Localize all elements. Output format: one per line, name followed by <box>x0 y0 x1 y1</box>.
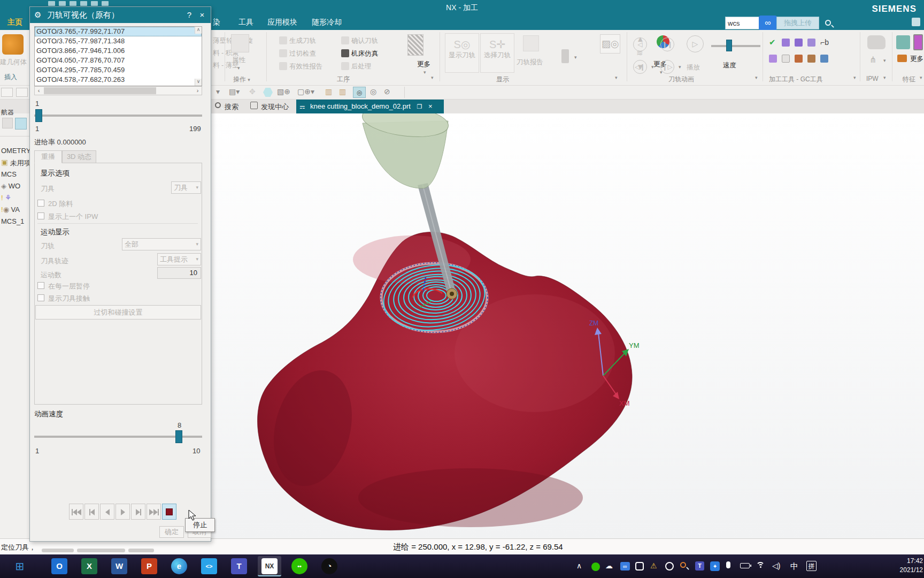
progress-slider-thumb[interactable] <box>35 109 42 122</box>
tray-onedrive-icon[interactable]: ☁ <box>605 561 613 570</box>
gc-icon[interactable] <box>782 37 792 47</box>
taskbar-obs[interactable]: ◔ <box>321 558 337 574</box>
play-forward-button[interactable] <box>116 504 130 520</box>
tray-volume-icon[interactable]: ◁) <box>772 561 780 570</box>
stop-button[interactable] <box>162 504 176 520</box>
tray-wechat-icon[interactable] <box>591 562 600 571</box>
tab-3d-dynamic[interactable]: 3D 动态 <box>62 150 96 163</box>
feature-more-button[interactable]: 更多 <box>910 55 923 64</box>
menu-render[interactable]: 染 <box>213 18 220 27</box>
tray-ime-pinyin[interactable]: 拼 <box>806 561 817 571</box>
goto-row[interactable]: GOTO/4.050,-77.876,70.707 <box>35 56 202 65</box>
tree-item[interactable]: OMETRY <box>1 147 30 155</box>
dialog-close-button[interactable]: × <box>196 7 209 23</box>
ribbon-speed-slider[interactable] <box>711 45 760 47</box>
menu-conformal-cooling[interactable]: 随形冷却 <box>312 18 342 27</box>
group-ipw-label[interactable]: IPW <box>866 75 879 82</box>
tab-home[interactable]: 主页 <box>7 18 22 27</box>
ipw-tool-icon[interactable]: ⋔ <box>869 55 876 65</box>
shaded-box2-icon[interactable]: ▥ <box>339 87 346 96</box>
ribbon-speed-slider-thumb[interactable] <box>726 40 732 51</box>
tool-display-icon[interactable] <box>561 49 569 63</box>
checkbox-show-tool-contact[interactable] <box>37 294 44 301</box>
taskbar-powerpoint[interactable]: P <box>141 558 157 574</box>
properties-label[interactable]: 属性 <box>232 56 245 65</box>
verify-toolpath[interactable]: 确认刀轨 <box>341 36 378 45</box>
generate-toolpath[interactable]: 生成刀轨 <box>279 36 316 45</box>
tray-wheel-icon[interactable] <box>665 562 674 571</box>
checkbox-pause-each-level[interactable] <box>37 282 44 289</box>
dropdown-icon[interactable]: ▾ <box>216 87 220 96</box>
toolpath-report-label[interactable]: 刀轨报告 <box>517 58 543 67</box>
anim-pause-icon[interactable]: ❙❙ <box>660 37 674 51</box>
search-icon[interactable] <box>825 20 831 26</box>
tree-item[interactable]: ! ⚘ <box>1 194 11 202</box>
taskbar-teams[interactable]: T <box>231 558 247 574</box>
select-toolpath-button[interactable]: S✛ 选择刀轨 <box>480 33 514 73</box>
create-geometry-icon[interactable] <box>2 34 24 55</box>
hscroll-thumb[interactable] <box>44 87 156 94</box>
toolbar-slot[interactable] <box>16 88 28 97</box>
go-to-end-button[interactable] <box>147 504 161 520</box>
checkbox-2d-removal[interactable] <box>37 200 44 207</box>
gc-icon[interactable] <box>795 37 805 47</box>
tray-search-icon[interactable] <box>680 562 686 568</box>
show-toolpath-button[interactable]: S◎ 显示刀轨 <box>445 33 479 73</box>
group-display-label[interactable]: 显示 <box>496 75 509 84</box>
goto-hscrollbar[interactable]: ‹ › <box>34 86 202 95</box>
taskbar-edge[interactable]: e <box>171 558 187 574</box>
gc-icon[interactable] <box>795 54 805 63</box>
tree-item[interactable]: ◈ WO <box>1 182 20 190</box>
goto-row-selected[interactable]: GOTO/3.765,-77.992,71.707 <box>35 27 202 36</box>
cloud-upload-icon[interactable]: ∞ <box>759 16 777 31</box>
goto-row[interactable]: GOTO/4.578,-77.682,70.263 <box>35 75 202 85</box>
tray-netdisk-icon[interactable]: ∞ <box>620 562 630 571</box>
tree-item[interactable]: MCS <box>1 170 17 178</box>
group-anim-label[interactable]: 刀轨动画 <box>668 75 694 84</box>
tray-battery-icon[interactable] <box>740 563 750 568</box>
list-scroll-down[interactable]: ∨ <box>195 79 202 86</box>
play-backward-button[interactable] <box>100 504 114 520</box>
list-scroll-up[interactable]: ∧ <box>195 27 202 34</box>
toolpath-dropdown[interactable]: 全部▾ <box>122 238 201 250</box>
window-icon[interactable] <box>912 18 920 26</box>
toolbar-slot[interactable] <box>1 88 13 97</box>
group-gc-label[interactable]: 加工工具 - GC工具 <box>769 75 823 84</box>
hscroll-left-arrow[interactable]: ‹ <box>35 87 43 95</box>
layer-visibility-icon[interactable]: ▨◎ <box>600 34 620 54</box>
progress-slider[interactable] <box>34 115 202 117</box>
gc-icon[interactable]: ⌐b <box>820 37 829 47</box>
taskbar-nx[interactable]: NX <box>261 558 278 574</box>
anim-step-back-icon[interactable]: ◁❙ <box>633 60 647 74</box>
step-forward-button[interactable] <box>131 504 145 520</box>
eye-off-icon[interactable]: ⊘ <box>384 87 390 96</box>
ok-button[interactable]: 确定 <box>159 526 184 538</box>
taskbar-wechat[interactable]: •• <box>291 558 307 574</box>
step-back-button[interactable] <box>84 504 99 520</box>
gc-icon[interactable] <box>820 54 830 63</box>
tree-item[interactable]: MCS_1 <box>1 217 24 225</box>
ipw-hatch-icon[interactable] <box>407 34 424 56</box>
drag-upload-button[interactable]: 拖拽上传 <box>776 17 819 29</box>
validity-report[interactable]: 有效性报告 <box>279 62 323 71</box>
taskbar-excel[interactable]: X <box>81 558 97 574</box>
tray-outlook-alert-icon[interactable]: ⚠ <box>650 561 657 570</box>
tab-part-file[interactable]: ⚎ knee cutting_block_demo_02.prt ❐ × <box>296 100 444 113</box>
tray-microphone-icon[interactable] <box>726 561 730 568</box>
shaded-box-icon[interactable]: ▥ <box>325 87 332 96</box>
ipw-solid-icon[interactable] <box>867 35 886 49</box>
pin-tab-icon[interactable]: ❐ <box>417 103 422 110</box>
tab-search[interactable]: 搜索 <box>225 102 238 112</box>
graphics-viewport[interactable]: ZM YM XM <box>211 113 924 538</box>
dialog-help-button[interactable]: ? <box>183 7 196 23</box>
mcs-eye-icon[interactable]: ◎ <box>353 87 366 98</box>
process-more-button[interactable]: 更多 <box>417 60 430 69</box>
gc-icon[interactable] <box>782 54 792 63</box>
tray-bird-app-icon[interactable]: ✦ <box>710 561 720 571</box>
goto-list[interactable]: GOTO/3.765,-77.992,71.707 GOTO/3.765,-77… <box>34 26 202 86</box>
gc-icon[interactable] <box>807 54 818 63</box>
menu-application-modules[interactable]: 应用模块 <box>267 18 297 27</box>
goto-row[interactable]: GOTO/4.295,-77.785,70.459 <box>35 65 202 75</box>
eye-icon[interactable]: ◎ <box>370 87 376 96</box>
post-process[interactable]: 后处理 <box>341 62 372 71</box>
